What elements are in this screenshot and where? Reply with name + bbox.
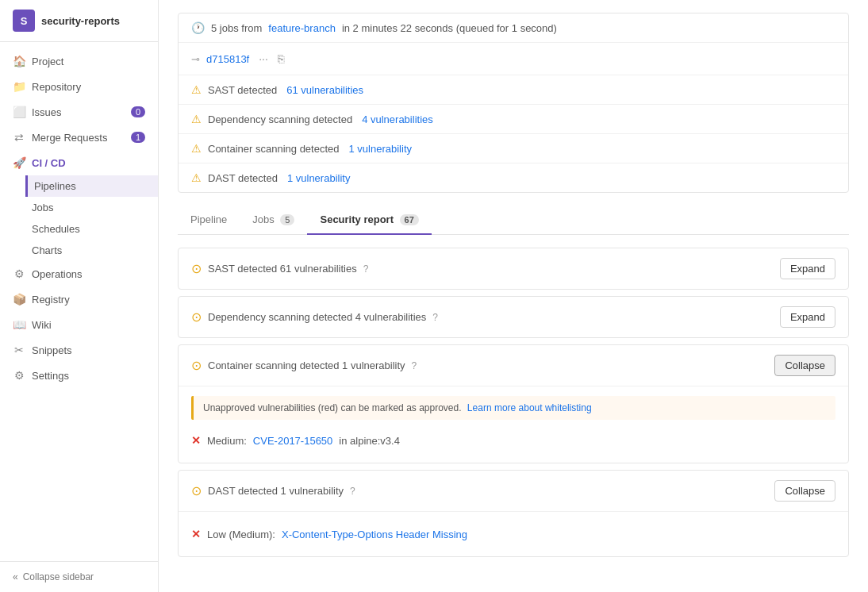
pipeline-info-box: 🕐 5 jobs from feature-branch in 2 minute… <box>178 13 849 193</box>
sidebar-item-snippets[interactable]: ✂ Snippets <box>0 337 158 363</box>
charts-label: Charts <box>32 244 62 256</box>
container-section-info: ⊙ Container scanning detected 1 vulnerab… <box>191 358 774 373</box>
dep-scan-row: ⚠ Dependency scanning detected 4 vulnera… <box>179 105 848 134</box>
vuln-context: in alpine:v3.4 <box>339 435 400 447</box>
unapproved-text: Unapproved vulnerabilities (red) can be … <box>203 402 462 413</box>
tab-security-report-badge: 67 <box>400 214 419 225</box>
pipeline-tabs: Pipeline Jobs 5 Security report 67 <box>178 206 849 235</box>
collapse-chevron-icon: « <box>13 571 18 582</box>
container-collapse-button[interactable]: Collapse <box>774 355 835 376</box>
dast-section-info: ⊙ DAST detected 1 vulnerability ? <box>191 483 774 498</box>
pipelines-label: Pipelines <box>34 180 76 192</box>
x-icon: ✕ <box>191 434 201 447</box>
hash-more-button[interactable]: ··· <box>255 51 271 67</box>
container-section-label: Container scanning detected 1 vulnerabil… <box>208 359 405 371</box>
issues-icon: ⬜ <box>13 106 25 118</box>
cicd-submenu: Pipelines Jobs Schedules Charts <box>0 175 158 261</box>
sidebar-item-merge-requests[interactable]: ⇄ Merge Requests 1 <box>0 125 158 150</box>
container-warning-icon: ⚠ <box>191 142 202 155</box>
dast-vuln-id-link[interactable]: X-Content-Type-Options Header Missing <box>282 529 467 540</box>
dast-section-body: ✕ Low (Medium): X-Content-Type-Options H… <box>179 511 848 556</box>
dep-vuln-link[interactable]: 4 vulnerabilities <box>362 113 433 125</box>
sidebar-item-settings[interactable]: ⚙ Settings <box>0 363 158 388</box>
vuln-severity: Medium: <box>207 435 247 447</box>
sidebar-item-pipelines[interactable]: Pipelines <box>25 175 158 197</box>
dast-help-icon[interactable]: ? <box>350 486 355 497</box>
jobs-label: Jobs <box>32 202 53 213</box>
dep-help-icon[interactable]: ? <box>432 312 438 323</box>
vuln-id-link[interactable]: CVE-2017-15650 <box>253 435 332 447</box>
tab-jobs[interactable]: Jobs 5 <box>240 206 307 235</box>
sidebar-item-jobs[interactable]: Jobs <box>25 197 158 218</box>
sidebar: S security-reports 🏠 Project 📁 Repositor… <box>0 0 159 592</box>
sast-help-icon[interactable]: ? <box>363 263 369 275</box>
merge-icon: ⇄ <box>13 131 25 144</box>
dep-expand-button[interactable]: Expand <box>780 306 835 328</box>
tab-pipeline-label: Pipeline <box>190 213 227 225</box>
sidebar-item-label: Wiki <box>32 319 52 331</box>
dast-x-icon: ✕ <box>191 528 201 540</box>
container-vuln-item: ✕ Medium: CVE-2017-15650 in alpine:v3.4 <box>191 428 835 453</box>
sidebar-item-operations[interactable]: ⚙ Operations <box>0 261 158 286</box>
commit-icon: ⊸ <box>191 53 200 65</box>
registry-icon: 📦 <box>13 293 25 306</box>
wiki-icon: 📖 <box>13 318 25 331</box>
branch-link[interactable]: feature-branch <box>268 22 336 34</box>
sast-section: ⊙ SAST detected 61 vulnerabilities ? Exp… <box>178 248 849 290</box>
sidebar-item-wiki[interactable]: 📖 Wiki <box>0 312 158 337</box>
avatar: S <box>13 10 35 32</box>
tab-pipeline[interactable]: Pipeline <box>178 206 240 235</box>
sidebar-item-schedules[interactable]: Schedules <box>25 218 158 240</box>
container-help-icon[interactable]: ? <box>412 360 417 371</box>
dast-vuln-severity: Low (Medium): <box>207 529 275 540</box>
tab-security-report[interactable]: Security report 67 <box>307 206 431 235</box>
unapproved-note: Unapproved vulnerabilities (red) can be … <box>191 396 835 420</box>
sidebar-item-label: Merge Requests <box>32 132 107 144</box>
sidebar-item-registry[interactable]: 📦 Registry <box>0 286 158 312</box>
dast-row: ⚠ DAST detected 1 vulnerability <box>179 163 848 192</box>
commit-hash-link[interactable]: d715813f <box>206 53 249 65</box>
collapse-sidebar-button[interactable]: « Collapse sidebar <box>13 571 145 582</box>
collapse-sidebar-label: Collapse sidebar <box>23 571 94 582</box>
dep-text: Dependency scanning detected <box>208 113 352 125</box>
container-section: ⊙ Container scanning detected 1 vulnerab… <box>178 344 849 463</box>
dast-warning-icon: ⚠ <box>191 171 202 184</box>
content-area: 🕐 5 jobs from feature-branch in 2 minute… <box>159 0 868 576</box>
dep-warning-icon: ⚠ <box>191 113 202 125</box>
learn-more-link[interactable]: Learn more about whitelisting <box>467 402 592 413</box>
container-scan-row: ⚠ Container scanning detected 1 vulnerab… <box>179 134 848 163</box>
commit-row: ⊸ d715813f ··· ⎘ <box>179 43 848 75</box>
sidebar-item-label: Operations <box>32 268 83 280</box>
sidebar-item-issues[interactable]: ⬜ Issues 0 <box>0 99 158 125</box>
sast-row: ⚠ SAST detected 61 vulnerabilities <box>179 75 848 105</box>
dep-section: ⊙ Dependency scanning detected 4 vulnera… <box>178 296 849 338</box>
tab-jobs-badge: 5 <box>280 214 294 225</box>
sast-expand-button[interactable]: Expand <box>780 258 835 279</box>
container-text: Container scanning detected <box>208 143 340 155</box>
operations-icon: ⚙ <box>13 267 25 280</box>
project-name: security-reports <box>41 15 120 27</box>
dep-circle-icon: ⊙ <box>191 309 202 325</box>
sidebar-item-cicd[interactable]: 🚀 CI / CD <box>0 150 158 175</box>
sast-vuln-link[interactable]: 61 vulnerabilities <box>286 84 363 96</box>
sidebar-item-project[interactable]: 🏠 Project <box>0 48 158 74</box>
sidebar-item-charts[interactable]: Charts <box>25 240 158 261</box>
dast-circle-icon: ⊙ <box>191 483 202 498</box>
sidebar-item-label: CI / CD <box>32 157 66 169</box>
copy-hash-button[interactable]: ⎘ <box>275 51 287 67</box>
pipeline-summary-row: 🕐 5 jobs from feature-branch in 2 minute… <box>179 13 848 43</box>
time-text: in 2 minutes 22 seconds (queued for 1 se… <box>342 22 557 34</box>
hash-actions: ··· ⎘ <box>255 51 287 67</box>
dast-vuln-item: ✕ Low (Medium): X-Content-Type-Options H… <box>191 521 835 547</box>
jobs-text: 5 jobs from <box>211 22 262 34</box>
sast-section-label: SAST detected 61 vulnerabilities <box>208 263 357 275</box>
container-vuln-link[interactable]: 1 vulnerability <box>349 143 413 155</box>
dep-section-label: Dependency scanning detected 4 vulnerabi… <box>208 311 426 323</box>
sidebar-item-repository[interactable]: 📁 Repository <box>0 74 158 99</box>
issues-badge: 0 <box>131 106 145 117</box>
dast-vuln-link[interactable]: 1 vulnerability <box>287 172 351 184</box>
home-icon: 🏠 <box>13 55 25 67</box>
settings-icon: ⚙ <box>13 369 25 382</box>
dast-collapse-button[interactable]: Collapse <box>774 480 835 502</box>
sidebar-nav: 🏠 Project 📁 Repository ⬜ Issues 0 ⇄ Merg… <box>0 42 158 561</box>
